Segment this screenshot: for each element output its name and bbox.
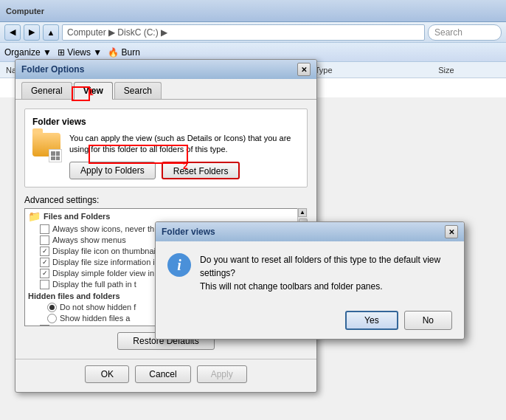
grid-cell-1 — [51, 151, 55, 156]
advanced-title: Advanced settings: — [24, 195, 308, 205]
confirm-footer: Yes No — [156, 305, 464, 339]
adv-category-label: Files and Folders — [44, 212, 110, 221]
folder-views-description: You can apply the view (such as Details … — [69, 133, 299, 156]
no-button[interactable]: No — [404, 311, 452, 330]
col-type: Type — [315, 66, 439, 75]
folder-options-titlebar: Folder Options ✕ — [15, 60, 316, 79]
dialog-footer: OK Cancel Apply — [15, 359, 316, 392]
folder-icon-small: 📁 — [28, 210, 41, 222]
apply-button[interactable]: Apply — [197, 365, 247, 383]
confirm-title: Folder views — [162, 227, 215, 237]
confirm-message: Do you want to reset all folders of this… — [200, 253, 452, 293]
folder-views-title: Folder views — [32, 117, 299, 127]
forward-button[interactable]: ▶ — [24, 24, 40, 41]
adv-radio-label-1: Show hidden files a — [60, 314, 130, 323]
checkbox-6[interactable] — [40, 325, 49, 326]
cancel-button[interactable]: Cancel — [135, 365, 190, 383]
folder-options-title: Folder Options — [21, 64, 84, 75]
ok-button[interactable]: OK — [85, 365, 129, 383]
col-size: Size — [438, 66, 500, 75]
explorer-title: Computer — [6, 7, 44, 16]
tab-search[interactable]: Search — [114, 82, 162, 99]
adv-radio-label-0: Do not show hidden f — [60, 303, 136, 311]
radio-0[interactable] — [47, 303, 57, 312]
checkbox-5[interactable] — [40, 280, 49, 289]
checkbox-3[interactable] — [40, 258, 49, 267]
info-icon: i — [167, 253, 191, 277]
folder-icon — [32, 133, 62, 162]
adv-label-5: Display the full path in t — [52, 280, 136, 289]
address-bar[interactable]: Computer ▶ DiskC (C:) ▶ — [62, 24, 425, 41]
tab-general[interactable]: General — [21, 82, 72, 99]
checkbox-4[interactable] — [40, 269, 49, 278]
confirm-dialog: Folder views ✕ i Do you want to reset al… — [155, 221, 465, 340]
search-box[interactable]: Search — [428, 24, 502, 41]
search-label: Search — [434, 27, 462, 38]
folder-views-section: Folder views You can apply the view (suc… — [24, 109, 308, 187]
annotation-label-2: 2 — [183, 161, 188, 171]
explorer-titlebar: Computer — [0, 0, 506, 22]
folder-views-right: You can apply the view (such as Details … — [69, 133, 299, 179]
confirm-titlebar: Folder views ✕ — [156, 222, 464, 241]
folder-overlay — [49, 149, 62, 162]
adv-label-1: Always show menus — [52, 235, 126, 244]
yes-button[interactable]: Yes — [345, 311, 398, 330]
dialog-tabs: General View Search — [15, 79, 316, 100]
close-button[interactable]: ✕ — [297, 63, 311, 76]
checkbox-1[interactable] — [40, 235, 49, 245]
radio-1[interactable] — [47, 314, 57, 323]
back-button[interactable]: ◀ — [4, 24, 21, 41]
organize-btn[interactable]: Organize ▼ — [4, 47, 52, 58]
confirm-close-button[interactable]: ✕ — [445, 225, 458, 238]
confirm-body: i Do you want to reset all folders of th… — [156, 241, 464, 305]
up-button[interactable]: ▲ — [43, 24, 59, 41]
apply-to-folders-button[interactable]: Apply to Folders — [69, 162, 156, 179]
adv-category-hidden-label: Hidden files and folders — [28, 292, 120, 300]
checkbox-0[interactable] — [40, 224, 49, 234]
grid-cell-4 — [56, 156, 60, 161]
annotation-label-1: 1 — [89, 87, 94, 97]
reset-folders-button[interactable]: Reset Folders — [162, 162, 240, 179]
views-btn[interactable]: ⊞ Views ▼ — [58, 47, 102, 58]
address-text: Computer ▶ DiskC (C:) ▶ — [67, 27, 167, 38]
burn-btn[interactable]: 🔥 Burn — [108, 47, 140, 58]
nav-toolbar: ◀ ▶ ▲ Computer ▶ DiskC (C:) ▶ Search — [0, 22, 506, 43]
adv-label-2: Display file icon on thumbnails — [52, 247, 162, 255]
adv-label-4: Display simple folder view in — [52, 269, 154, 278]
checkbox-2[interactable] — [40, 247, 49, 256]
grid-cell-3 — [51, 156, 55, 161]
folder-views-content: You can apply the view (such as Details … — [32, 133, 299, 179]
confirm-line2: This will not change toolbars and folder… — [200, 281, 382, 292]
confirm-line1: Do you want to reset all folders of this… — [200, 255, 440, 278]
scroll-up-arrow[interactable]: ▲ — [298, 208, 307, 217]
grid-cell-2 — [56, 151, 60, 156]
